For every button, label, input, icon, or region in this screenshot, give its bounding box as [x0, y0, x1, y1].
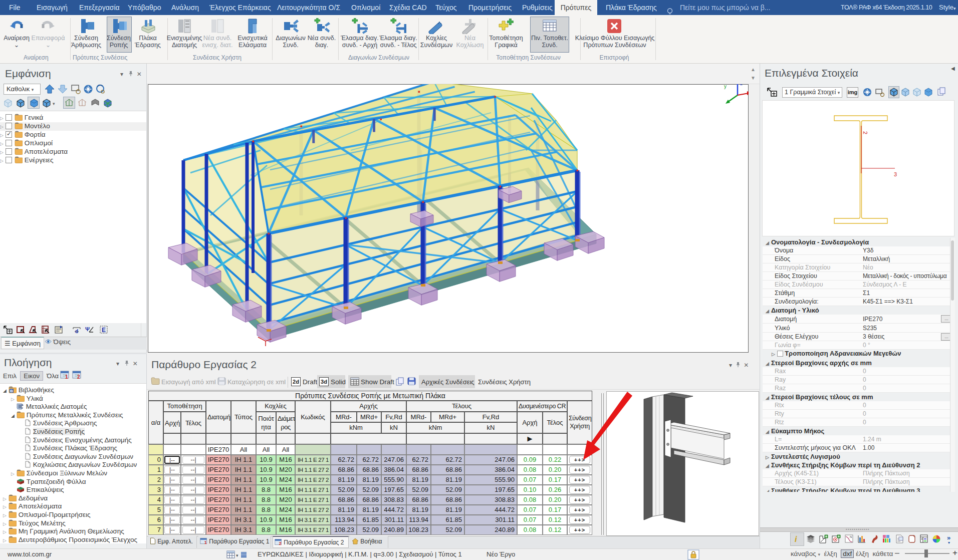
svg-text:2: 2 — [279, 541, 282, 546]
svg-text:B: B — [10, 389, 13, 393]
svg-text:▾: ▾ — [53, 101, 55, 106]
svg-text:1: 1 — [65, 374, 68, 380]
svg-text:i: i — [795, 535, 797, 543]
svg-text:2: 2 — [77, 374, 80, 380]
svg-text:▾: ▾ — [948, 540, 950, 545]
svg-text:N: N — [850, 535, 852, 538]
svg-text:1: 1 — [204, 540, 207, 545]
svg-text:2: 2 — [862, 131, 868, 134]
svg-text:▾: ▾ — [236, 553, 238, 558]
svg-text:y: y — [724, 84, 727, 89]
svg-text:E: E — [102, 327, 106, 334]
svg-text:3: 3 — [894, 171, 897, 177]
svg-text:Ψ: Ψ — [85, 326, 90, 332]
svg-text:z: z — [740, 84, 743, 86]
svg-text:d: d — [75, 329, 78, 334]
